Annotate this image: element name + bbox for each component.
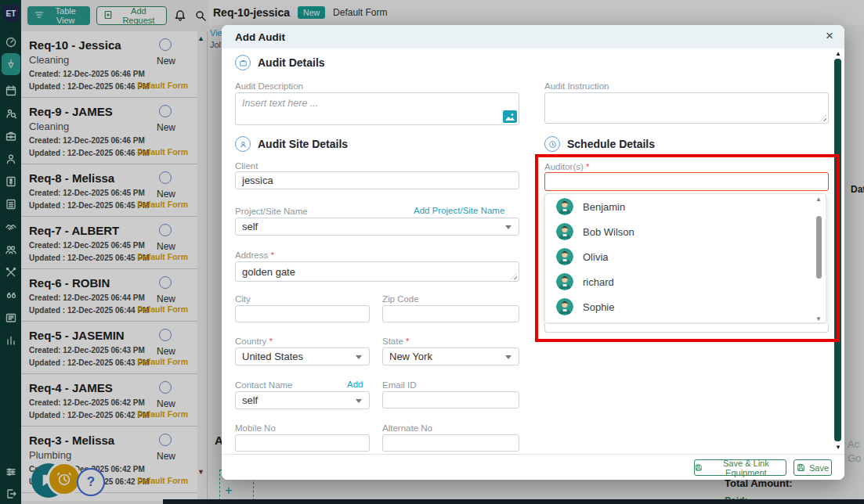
default-form-label: Default Form — [137, 409, 188, 419]
auditor-option[interactable]: Olivia — [545, 244, 826, 269]
alarm-clock-icon — [56, 470, 73, 488]
status-new-label: New — [157, 241, 175, 252]
background-ac-fragment: Ac — [848, 438, 864, 450]
save-link-equipment-button[interactable]: Save & Link Equipment — [694, 459, 786, 476]
insert-image-icon[interactable] — [503, 110, 517, 123]
auditor-avatar — [556, 273, 573, 290]
scroll-up-icon[interactable]: ▲ — [835, 50, 841, 57]
request-list-item[interactable]: Req-7 - ALBERT Created: 12-Dec-2025 06:4… — [21, 217, 197, 269]
scroll-thumb[interactable] — [834, 59, 841, 441]
add-project-site-link[interactable]: Add Project/Site Name — [414, 206, 504, 215]
status-circle-icon[interactable] — [159, 105, 172, 117]
address-input[interactable]: golden gate — [235, 261, 519, 282]
toolbox-icon[interactable] — [0, 126, 21, 146]
status-circle-icon[interactable] — [159, 171, 172, 184]
team-icon[interactable] — [0, 239, 21, 260]
status-circle-icon[interactable] — [159, 329, 172, 341]
scroll-down-icon[interactable]: ▼ — [815, 315, 822, 322]
scroll-up-icon[interactable]: ▲ — [815, 196, 822, 203]
auditor-option[interactable]: Bob Wilson — [545, 219, 826, 244]
table-view-button[interactable]: Table View — [27, 6, 90, 25]
notifications-bell-icon[interactable] — [173, 8, 187, 23]
close-icon[interactable]: × — [826, 28, 833, 44]
email-id-input[interactable] — [382, 391, 519, 409]
scroll-down-icon[interactable]: ▼ — [835, 444, 841, 451]
status-new-label: New — [157, 451, 175, 462]
tools-icon[interactable] — [0, 262, 21, 283]
request-list-item[interactable]: Req-9 - JAMES Cleaning Created: 12-Dec-2… — [21, 98, 197, 164]
scroll-thumb[interactable] — [816, 216, 822, 279]
auditor-option[interactable]: richard — [545, 269, 826, 294]
invoices-icon[interactable] — [0, 194, 21, 214]
logout-icon[interactable] — [0, 484, 21, 504]
list-scroll-down-icon[interactable]: ▼ — [197, 468, 204, 476]
client-input[interactable]: jessica — [235, 171, 519, 189]
alternate-no-input[interactable] — [382, 434, 519, 452]
city-input[interactable] — [235, 305, 370, 322]
chevron-down-icon — [356, 355, 362, 359]
contacts-icon[interactable] — [0, 149, 21, 169]
zip-code-input[interactable] — [382, 305, 519, 322]
table-view-icon — [34, 10, 44, 21]
country-select[interactable]: United States — [235, 347, 370, 365]
request-list-item[interactable]: Req-4 - JAMES Created: 12-Dec-2025 06:42… — [21, 374, 197, 427]
analytics-icon[interactable] — [0, 330, 21, 351]
request-list-item[interactable]: Req-8 - Melissa Created: 12-Dec-2025 06:… — [21, 164, 197, 217]
state-select[interactable]: New York — [382, 347, 519, 365]
modal-scrollbar[interactable]: ▲ ▼ — [833, 50, 842, 451]
mobile-no-input[interactable] — [235, 434, 370, 452]
status-circle-icon[interactable] — [159, 434, 172, 446]
lead-search-icon[interactable] — [0, 103, 21, 124]
help-button[interactable]: ? — [77, 468, 105, 496]
reports-icon[interactable] — [0, 308, 21, 328]
add-contact-link[interactable]: Add — [347, 380, 363, 389]
resize-handle-icon[interactable] — [820, 115, 826, 121]
status-circle-icon[interactable] — [159, 381, 172, 394]
auditor-option[interactable]: Sophie — [545, 294, 826, 319]
modal-title: Add Audit — [235, 31, 285, 43]
status-new-label: New — [157, 189, 175, 200]
status-circle-icon[interactable] — [159, 224, 172, 236]
deals-icon[interactable] — [0, 217, 21, 237]
partially-hidden-input — [544, 324, 829, 333]
status-new-label: New — [157, 293, 175, 304]
status-circle-icon[interactable] — [159, 276, 172, 289]
background-view-link-fragment: Vie — [210, 28, 222, 38]
contact-name-select[interactable]: self — [235, 391, 370, 409]
dropdown-scrollbar[interactable]: ▲ ▼ — [815, 196, 824, 322]
auditor-avatar — [556, 248, 573, 265]
add-request-button[interactable]: Add Request — [96, 6, 167, 25]
calendar-icon[interactable] — [0, 81, 21, 101]
auditor-name: Bob Wilson — [583, 226, 634, 238]
audit-details-icon — [235, 55, 251, 70]
mobile-no-label: Mobile No — [235, 423, 276, 433]
status-circle-icon[interactable] — [159, 38, 172, 51]
section-schedule-details: Schedule Details — [544, 136, 655, 152]
save-button[interactable]: Save — [794, 459, 832, 476]
auditor-avatar — [556, 198, 573, 215]
audits-icon[interactable] — [2, 53, 20, 75]
request-list-panel: Table View Add Request Req-10 - Jessica … — [21, 0, 208, 504]
alternate-no-label: Alternate No — [382, 423, 432, 433]
search-icon[interactable] — [193, 8, 208, 23]
request-list-item[interactable]: Req-10 - Jessica Cleaning Created: 12-De… — [21, 31, 197, 98]
auditors-input[interactable] — [544, 172, 829, 191]
project-site-name-label: Project/Site Name — [235, 207, 308, 216]
audit-instruction-input[interactable] — [544, 92, 829, 124]
background-page-header: Req-10-jessica New Default Form — [208, 0, 864, 25]
list-scroll-up-icon[interactable]: ▲ — [197, 34, 204, 42]
request-list-item[interactable]: Req-6 - ROBIN Created: 12-Dec-2025 06:44… — [21, 269, 197, 322]
quotes-icon[interactable] — [0, 285, 21, 305]
resize-handle-icon[interactable] — [511, 273, 517, 279]
project-site-select[interactable]: self — [235, 218, 519, 236]
audit-description-input[interactable]: Insert text here ... — [235, 92, 519, 125]
payments-icon[interactable] — [0, 171, 21, 192]
auditor-option[interactable]: Benjamin — [545, 194, 826, 219]
email-id-label: Email ID — [382, 380, 416, 390]
background-date-label-fragment: Dat — [851, 184, 864, 195]
list-toolbar: Table View Add Request — [21, 0, 208, 31]
auditor-name: Sophie — [583, 301, 614, 313]
request-list-item[interactable]: Req-5 - JASEMIN Created: 12-Dec-2025 06:… — [21, 322, 197, 374]
dashboard-icon[interactable] — [0, 32, 21, 52]
settings-icon[interactable] — [0, 462, 21, 482]
